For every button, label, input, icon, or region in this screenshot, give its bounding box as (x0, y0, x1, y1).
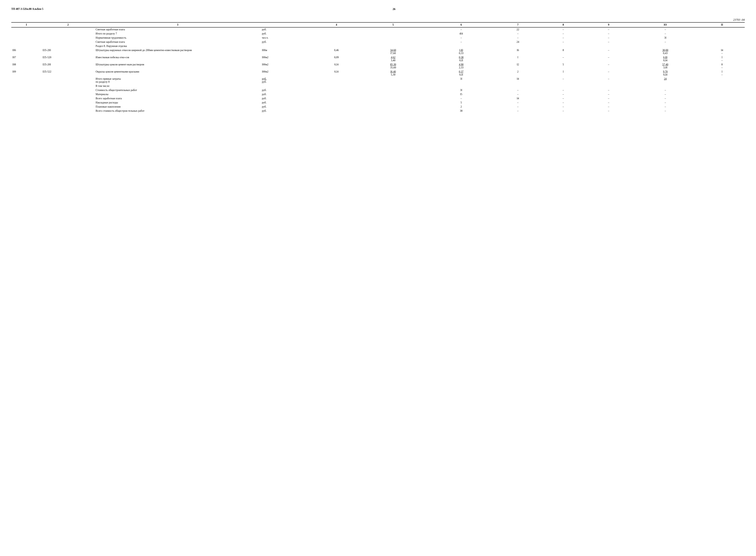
cell-1 (11, 32, 42, 36)
cell-5 (314, 36, 359, 40)
cell-11: – (632, 101, 699, 105)
cell-5 (314, 40, 359, 44)
cell-5: 0,I4 (314, 70, 359, 77)
cell-2: ЕI5-20I (42, 63, 95, 70)
cell-8: – (495, 92, 541, 97)
cell-11: – (632, 97, 699, 101)
cell-10: – (586, 105, 632, 109)
cell-6 (359, 77, 427, 84)
cell-10: – (586, 56, 632, 63)
cell-11: 6,I0 0,I4 (632, 56, 699, 63)
cell-11: 30,00 0,43 (632, 48, 699, 56)
cell-11: – (632, 92, 699, 97)
cell-3: Штукатурка цоколя цемент-ным раствором (95, 63, 261, 70)
cell-4: руб. (261, 40, 314, 44)
cell-11 (632, 84, 699, 88)
cell-7: I,I0 0,33 (427, 48, 495, 56)
cell-10: – (586, 97, 632, 101)
cell-2 (42, 44, 95, 48)
cell-9: – (541, 88, 586, 92)
cell-1 (11, 92, 42, 97)
cell-9: – (541, 36, 586, 40)
cell-9: – (541, 101, 586, 105)
doc-number: 23703 -04 (11, 18, 745, 22)
cell-6 (359, 36, 427, 40)
table-row: Нормативная трудоемкость чел.ч. – – – – … (11, 36, 745, 40)
cell-7 (427, 84, 495, 88)
cell-5 (314, 88, 359, 92)
cell-4: руб. (261, 88, 314, 92)
cell-8: I4 (495, 97, 541, 101)
table-row: Раздел 8. Наружная отделка (11, 44, 745, 48)
cell-11: 3I (632, 36, 699, 40)
cell-3: Всего заработная плата (95, 97, 261, 101)
cell-4: I00м2 (261, 56, 314, 63)
cell-7: 5 (427, 101, 495, 105)
cell-12: I – (699, 70, 745, 77)
cell-7: 2 (427, 105, 495, 109)
cell-2 (42, 88, 95, 92)
cell-11: – (632, 40, 699, 44)
cell-1 (11, 44, 42, 48)
cell-6 (359, 101, 427, 105)
cell-9 (541, 84, 586, 88)
cell-5 (314, 77, 359, 84)
table-row: Сметная заработная плата руб. – 24 – – – (11, 40, 745, 44)
col-header-1: I (11, 23, 42, 27)
cell-7: 0,38 0,II (427, 56, 495, 63)
cell-7: 3I (427, 88, 495, 92)
table-row: I06 ЕI5-2I0 Штукатурка наружных откосов … (11, 48, 745, 56)
col-header-12: II (699, 23, 745, 27)
col-header-4 (261, 23, 314, 27)
cell-5 (314, 32, 359, 36)
cell-11: 9,70 0,I4 (632, 70, 699, 77)
cell-11: – (632, 27, 699, 32)
cell-10: – (586, 70, 632, 77)
cell-9: 5 (541, 63, 586, 70)
cell-10: – (586, 92, 632, 97)
cell-8: – (495, 88, 541, 92)
cell-9: – (541, 40, 586, 44)
table-row: Итого по разделу 7 руб. 4I4 – – – – (11, 32, 745, 36)
table-row: Накладные расходы руб. 5 – – – – (11, 101, 745, 105)
cell-12: 8 – (699, 63, 745, 70)
cell-10: – (586, 77, 632, 84)
cell-9: – (541, 105, 586, 109)
cell-6 (359, 97, 427, 101)
cell-5 (314, 101, 359, 105)
cell-8: I4 (495, 77, 541, 84)
cell-12: I4 – (699, 48, 745, 56)
table-row: Всего стоимость общестрои-тельных работ … (11, 109, 745, 113)
cell-10: – (586, 101, 632, 105)
header-left: ТП 407-3-52Iм.88 Альбом 5 (11, 7, 43, 10)
cell-7: 3I (427, 77, 495, 84)
cell-8: – (495, 36, 541, 40)
cell-4: руб. (261, 105, 314, 109)
cell-7: – (427, 27, 495, 32)
cell-3: Сметная заработная плата (95, 27, 261, 32)
cell-3: Итого по разделу 7 (95, 32, 261, 36)
cell-2 (42, 36, 95, 40)
cell-6: 34,60 I7,60 (359, 48, 427, 56)
col-header-10: 9 (586, 23, 632, 27)
cell-3: Окраска цоколя цементными красками (95, 70, 261, 77)
cell-2: ЕI5-2I0 (42, 48, 95, 56)
main-table: I 2 3 4 5 6 7 8 9 IO II Сметная заработн… (11, 22, 745, 113)
cell-1 (11, 105, 42, 109)
cell-6 (359, 84, 427, 88)
cell-3: В том числе: (95, 84, 261, 88)
cell-3: Итого прямые затратыпо разделу 8 (95, 77, 261, 84)
col-header-6: 5 (359, 23, 427, 27)
cell-1 (11, 88, 42, 92)
cell-10: – (586, 109, 632, 113)
cell-11: – (632, 88, 699, 92)
cell-2 (42, 92, 95, 97)
cell-8: – (495, 32, 541, 36)
cell-5: 0,46 (314, 48, 359, 56)
cell-2 (42, 32, 95, 36)
cell-7: 0,37 0,II (427, 70, 495, 77)
cell-1 (11, 40, 42, 44)
cell-2 (42, 84, 95, 88)
cell-2: ЕI5-522 (42, 70, 95, 77)
cell-8 (495, 84, 541, 88)
